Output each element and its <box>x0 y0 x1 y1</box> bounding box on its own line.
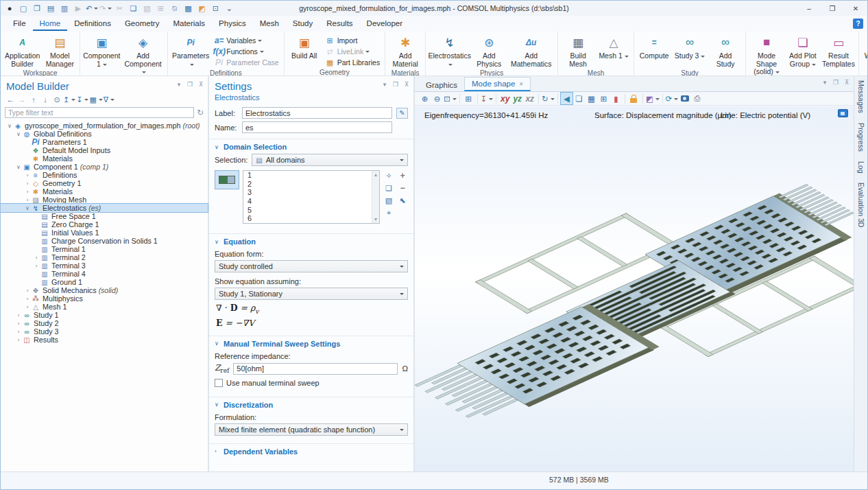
add-mathematics-button[interactable]: ΔuAdd Mathematics <box>507 33 555 69</box>
tree-item[interactable]: ›▥Terminal 3 <box>1 261 208 270</box>
tree-expander-icon[interactable]: ∨ <box>24 205 31 211</box>
panel-menu-icon[interactable]: ▾ <box>381 81 389 88</box>
tree-item[interactable]: ›✱Materials <box>1 187 208 196</box>
tree-expander-icon[interactable]: › <box>33 255 40 261</box>
add-plot-group-button[interactable]: ❏Add Plot Group <box>785 33 821 77</box>
tree-item[interactable]: ❖Default Model Inputs <box>1 146 208 154</box>
create-selection-icon[interactable]: ✧ <box>383 170 394 181</box>
cut-icon[interactable]: ✂ <box>113 2 125 14</box>
menu-item-mesh[interactable]: Mesh <box>253 17 286 31</box>
wireframe-icon[interactable]: ▦ <box>586 93 597 104</box>
delete-icon[interactable]: ⍉ <box>168 2 180 14</box>
plot-image-icon[interactable] <box>838 109 848 117</box>
color-legend-icon[interactable]: ▮ <box>610 93 622 104</box>
pin-icon[interactable]: ⊼ <box>843 79 851 86</box>
overflow-icon[interactable]: ⌄ <box>223 2 235 14</box>
transparency-icon[interactable]: ❏ <box>573 93 585 104</box>
rename-icon[interactable]: ✎ <box>396 108 408 119</box>
tab-mode-shape[interactable]: Mode shape× <box>464 77 531 91</box>
forward-icon[interactable]: → <box>16 94 27 105</box>
zoom-box-icon[interactable]: ⊞ <box>463 93 474 104</box>
variables-button[interactable]: a=Variables <box>211 35 281 46</box>
manual-sweep-checkbox[interactable] <box>215 379 223 387</box>
livelink-button[interactable]: ⇄LiveLink <box>322 46 383 57</box>
tree-expander-icon[interactable]: › <box>15 320 22 327</box>
run-icon[interactable]: ▶ <box>72 2 84 14</box>
pin-icon[interactable]: ⊼ <box>402 81 411 88</box>
tree-item[interactable]: ›◇Geometry 1 <box>1 179 208 187</box>
side-tab-evaluation-3d[interactable]: Evaluation 3D <box>857 183 865 227</box>
tree-item[interactable]: PiParameters 1 <box>1 138 208 146</box>
redo-icon[interactable]: ↷ <box>99 2 112 14</box>
application-builder-button[interactable]: AApplication Builder <box>3 33 42 69</box>
model-manager-button[interactable]: ▤Model Manager <box>42 33 77 69</box>
move-down-icon[interactable]: ↓ <box>40 94 51 105</box>
tree-expander-icon[interactable]: › <box>24 172 31 178</box>
tree-item[interactable]: ∨↯Electrostatics(es) <box>1 204 208 212</box>
build-mesh-button[interactable]: ▦Build Mesh <box>560 33 596 69</box>
compute-button[interactable]: =Compute <box>636 33 672 69</box>
restore-button[interactable]: ❐ <box>821 1 844 16</box>
lock-icon[interactable] <box>628 93 640 104</box>
tree-expander-icon[interactable]: › <box>24 197 31 203</box>
name-input[interactable] <box>242 121 392 133</box>
minimize-button[interactable]: – <box>797 1 821 16</box>
tree-item[interactable]: ›⁂Multiphysics <box>1 294 208 303</box>
tree-expander-icon[interactable]: › <box>33 263 40 269</box>
gyroscope-3d-model[interactable] <box>415 106 854 472</box>
help-button[interactable]: ? <box>853 19 863 29</box>
collapse-all-icon[interactable]: ↥ <box>63 94 75 105</box>
update-plot-icon[interactable]: ⟳ <box>666 93 679 104</box>
result-templates-button[interactable]: ▭Result Templates <box>821 33 856 77</box>
domain-list-item[interactable]: 6 <box>243 214 379 223</box>
tree-expander-icon[interactable]: › <box>15 337 22 343</box>
tree-item[interactable]: ›∞Study 3 <box>1 327 208 336</box>
filter-icon[interactable]: ∇ <box>104 94 114 105</box>
float-icon[interactable]: ❐ <box>391 81 400 88</box>
select-box-icon[interactable]: ▩ <box>182 2 194 14</box>
tree-item[interactable]: ▥Terminal 4 <box>1 270 208 278</box>
assume-dropdown[interactable]: Study 1, Stationary <box>215 288 408 300</box>
view-yz-icon[interactable]: yz <box>511 93 523 104</box>
add-study-button[interactable]: ∞Add Study <box>708 33 743 69</box>
chevron-down-icon[interactable]: ∨ <box>215 144 220 150</box>
geometry-preview-button[interactable] <box>215 170 239 189</box>
label-input[interactable] <box>242 107 392 119</box>
menu-item-results[interactable]: Results <box>320 17 359 31</box>
tree-item[interactable]: ▤Free Space 1 <box>1 212 208 220</box>
parameter-case-button[interactable]: PiParameter Case <box>211 57 281 68</box>
functions-button[interactable]: f(x)Functions <box>211 46 281 57</box>
mesh-1-button[interactable]: △Mesh 1 <box>596 33 631 69</box>
mode-shape-solid--button[interactable]: ■Mode Shape (solid) <box>748 33 785 77</box>
tree-item[interactable]: ▤Initial Values 1 <box>1 229 208 237</box>
tree-item[interactable]: ▤Zero Charge 1 <box>1 220 208 229</box>
tree-item[interactable]: ›✥Solid Mechanics(solid) <box>1 286 208 294</box>
domain-list-item[interactable]: 4 <box>243 197 379 206</box>
tree-expander-icon[interactable]: › <box>24 288 31 294</box>
new-file-icon[interactable]: ▢ <box>17 2 29 14</box>
formulation-dropdown[interactable]: Mixed finite element (quadratic shape fu… <box>215 423 408 436</box>
menu-item-home[interactable]: Home <box>33 17 68 31</box>
select-entities-icon[interactable]: ◩ <box>195 2 208 14</box>
side-tab-messages[interactable]: Messages <box>857 80 865 113</box>
tree-expander-icon[interactable]: › <box>15 312 22 318</box>
tree-item[interactable]: ∨▣Component 1(comp 1) <box>1 163 208 171</box>
windows-button[interactable]: ❐Windows <box>861 33 868 77</box>
side-tab-log[interactable]: Log <box>857 161 865 174</box>
rotate-icon[interactable]: ↻ <box>542 93 555 104</box>
tree-expander-icon[interactable]: › <box>24 296 31 302</box>
add-component-button[interactable]: ◈Add Component <box>121 33 165 77</box>
tree-expander-icon[interactable]: ∨ <box>6 123 13 129</box>
close-button[interactable]: ✕ <box>844 1 867 16</box>
tree-item[interactable]: ▥Charge Conservation in Solids 1 <box>1 237 208 245</box>
zoom-in-icon[interactable]: ⊕ <box>419 93 431 104</box>
tree-item[interactable]: ▥Ground 1 <box>1 278 208 286</box>
activate-selection-icon[interactable]: ⬉ <box>397 195 408 206</box>
plot-area[interactable]: Eigenfrequency=36130+41.459i Hz Surface:… <box>415 106 854 473</box>
side-tab-progress[interactable]: Progress <box>857 123 865 152</box>
menu-item-materials[interactable]: Materials <box>166 17 212 31</box>
menu-item-geometry[interactable]: Geometry <box>118 17 167 31</box>
scroll-down-icon[interactable]: ▼ <box>374 217 378 222</box>
save-as-icon[interactable]: ▥ <box>58 2 71 14</box>
domain-list-item[interactable]: 2 <box>243 180 379 189</box>
